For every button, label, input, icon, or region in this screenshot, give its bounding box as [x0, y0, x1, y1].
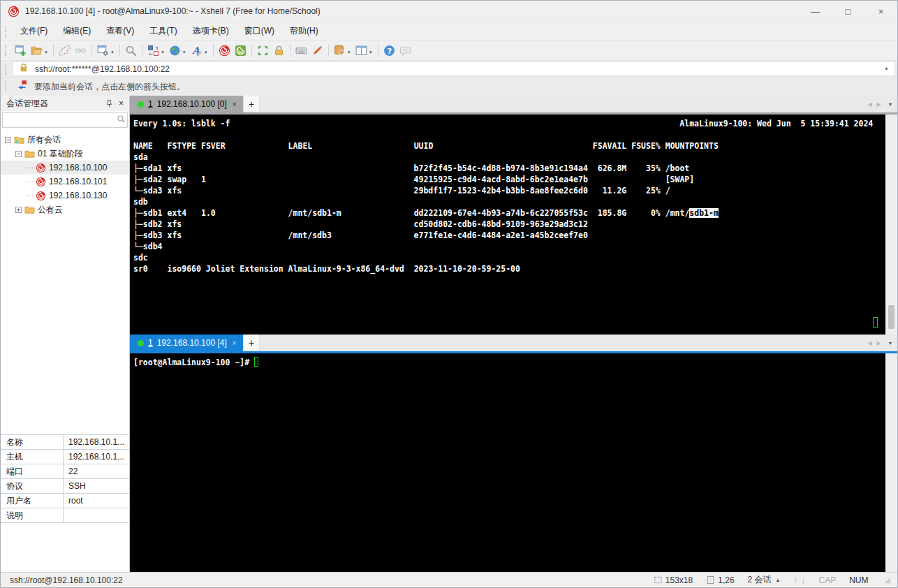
terminal-bottom-scrollbar[interactable] — [885, 353, 897, 572]
terminal-line: sdb — [133, 196, 885, 207]
disconnect-icon[interactable] — [57, 42, 73, 59]
tree-item-label: 公有云 — [38, 204, 63, 216]
session-manager-panel: 会话管理器 × −所有会话−01 基础阶段192.168.10.100192.1… — [1, 96, 130, 572]
property-value[interactable]: 22 — [64, 464, 129, 478]
new-session-shortcut-dropdown-icon[interactable]: ▼ — [347, 50, 351, 54]
folder-tree-item[interactable]: −所有会话 — [1, 133, 129, 147]
compose-bar-dropdown-icon[interactable]: ▼ — [161, 50, 165, 54]
session-properties-icon[interactable] — [95, 42, 111, 59]
terminal-bottom[interactable]: [root@AlmaLinux9-100 ~]# — [130, 353, 897, 572]
minimize-button[interactable]: — — [799, 1, 832, 22]
new-tab-button[interactable]: + — [243, 96, 260, 112]
address-field[interactable]: ssh://root:******@192.168.10.100:22 ▼ — [13, 61, 895, 76]
session-icon — [36, 177, 46, 187]
tab-bottom-session[interactable]: 1 192.168.10.100 [4] × — [130, 335, 243, 351]
menu-item[interactable]: 编辑(E) — [55, 22, 98, 40]
property-label: 用户名 — [1, 494, 64, 508]
web-browser-dropdown-icon[interactable]: ▼ — [182, 50, 186, 54]
add-session-flag-icon[interactable] — [13, 80, 28, 94]
open-folder-icon[interactable] — [29, 42, 45, 59]
menubar-grip[interactable] — [5, 26, 8, 37]
tab-top-session[interactable]: 1 192.168.10.100 [0] × — [130, 96, 243, 112]
virtual-keyboard-icon[interactable] — [293, 42, 309, 59]
property-value[interactable]: SSH — [64, 479, 129, 493]
terminal-top[interactable]: Every 1.0s: lsblk -fAlmaLinux9-100: Wed … — [130, 115, 897, 335]
bottom-tab-bar: 1 192.168.10.100 [4] × + ◀ ▶ ▼ — [130, 335, 897, 353]
tile-layout-dropdown-icon[interactable]: ▼ — [369, 50, 373, 54]
popup-arrow-icon: ▲ — [776, 578, 781, 582]
terminal-line: ├─sda1 xfs b72f2f45-b54c-4d88-b974-8b3e9… — [133, 163, 885, 174]
session-tree-item[interactable]: 192.168.10.130 — [1, 189, 129, 203]
terminal-top-scrollbar[interactable] — [885, 115, 897, 335]
xftp-icon[interactable] — [233, 42, 249, 59]
toolbar-grip[interactable] — [5, 45, 8, 56]
menu-item[interactable]: 工具(T) — [142, 22, 184, 40]
terminal-bottom-cursor — [254, 357, 258, 367]
menu-item[interactable]: 选项卡(B) — [185, 22, 237, 40]
menu-item[interactable]: 帮助(H) — [282, 22, 326, 40]
tab-scroll-right-icon[interactable]: ▶ — [874, 335, 883, 351]
menu-item[interactable]: 窗口(W) — [237, 22, 282, 40]
session-count-dropdown[interactable]: 2 会话 ▲ — [748, 574, 781, 586]
window-controls: — □ × — [799, 1, 897, 22]
session-search-input[interactable] — [3, 113, 117, 127]
menu-item[interactable]: 文件(F) — [13, 22, 55, 40]
download-arrow-icon[interactable]: ↓ — [801, 575, 806, 585]
maximize-button[interactable]: □ — [832, 1, 864, 22]
menu-item[interactable]: 查看(V) — [98, 22, 142, 40]
tab-close-icon[interactable]: × — [233, 339, 237, 347]
close-button[interactable]: × — [864, 1, 897, 22]
new-tab-button[interactable]: + — [243, 335, 260, 351]
panel-close-icon[interactable]: × — [117, 98, 126, 108]
tab-scroll-right-icon[interactable]: ▶ — [874, 96, 883, 112]
address-dropdown-icon[interactable]: ▼ — [884, 66, 889, 71]
folder-tree-item[interactable]: −01 基础阶段 — [1, 147, 129, 161]
highlight-pen-icon[interactable] — [309, 42, 325, 59]
xshell-icon[interactable] — [216, 42, 233, 59]
toolbar-separator — [91, 44, 92, 57]
addressbar-grip[interactable] — [5, 64, 8, 75]
tab-label: 192.168.10.100 [0] — [157, 99, 227, 109]
infobar-grip[interactable] — [5, 81, 8, 92]
font-dropdown-icon[interactable]: ▼ — [204, 50, 208, 54]
tab-scroll-left-icon[interactable]: ◀ — [865, 335, 874, 351]
search-icon[interactable] — [117, 114, 128, 126]
reconnect-icon[interactable] — [73, 42, 89, 59]
session-tree-item[interactable]: 192.168.10.100 — [1, 161, 129, 175]
collapse-icon[interactable]: − — [15, 151, 22, 157]
tab-list-dropdown-icon[interactable]: ▼ — [883, 335, 897, 351]
feedback-icon[interactable] — [397, 42, 413, 59]
pin-icon[interactable] — [105, 99, 114, 108]
property-value[interactable] — [64, 508, 129, 522]
property-value[interactable]: root — [64, 494, 129, 508]
new-session-shortcut-icon[interactable] — [332, 42, 348, 59]
address-bar: ssh://root:******@192.168.10.100:22 ▼ — [1, 60, 897, 77]
tree-item-label: 192.168.10.100 — [49, 163, 107, 172]
upload-arrow-icon[interactable]: ↑ — [794, 575, 799, 585]
help-icon[interactable]: ? — [381, 42, 397, 59]
compose-bar-icon[interactable] — [145, 42, 161, 59]
caps-lock-indicator: CAP — [819, 575, 837, 585]
expand-icon[interactable]: + — [15, 207, 22, 213]
tab-close-icon[interactable]: × — [233, 100, 237, 108]
tab-scroll-left-icon[interactable]: ◀ — [865, 96, 874, 112]
tile-layout-icon[interactable] — [353, 42, 369, 59]
toolbar-separator — [328, 44, 329, 57]
tab-list-dropdown-icon[interactable]: ▼ — [883, 96, 897, 112]
font-icon[interactable]: A — [189, 42, 205, 59]
folder-tree-item[interactable]: +公有云 — [1, 203, 129, 216]
resize-grip[interactable]: ◢ — [885, 575, 890, 585]
session-properties-dropdown-icon[interactable]: ▼ — [110, 50, 115, 54]
property-value[interactable]: 192.168.10.1... — [64, 450, 129, 464]
fullscreen-icon[interactable] — [255, 42, 271, 59]
new-session-icon[interactable] — [13, 42, 29, 59]
find-icon[interactable] — [123, 42, 139, 59]
terminal-panes: 1 192.168.10.100 [0] × + ◀ ▶ ▼ Every 1.0… — [130, 96, 897, 572]
collapse-icon[interactable]: − — [5, 137, 11, 143]
toolbar-separator — [119, 44, 120, 57]
lock-screen-icon[interactable] — [271, 42, 287, 59]
open-folder-dropdown-icon[interactable]: ▼ — [44, 50, 48, 54]
session-tree-item[interactable]: 192.168.10.101 — [1, 175, 129, 189]
property-value[interactable]: 192.168.10.1... — [64, 435, 129, 449]
web-browser-icon[interactable] — [167, 42, 183, 59]
